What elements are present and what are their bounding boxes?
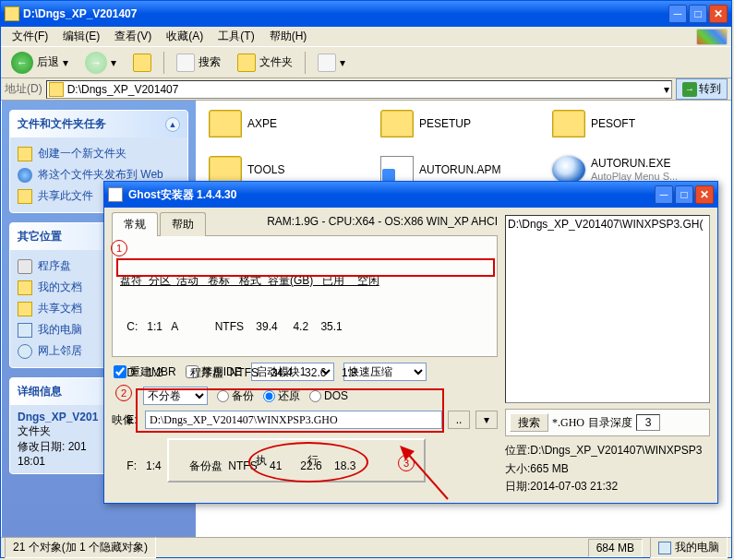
forward-arrow-icon: → xyxy=(85,52,107,74)
folder-icon xyxy=(209,156,242,184)
table-header: 盘符 分区 活动 卷标 格式 容量(GB) 已用 空闲 xyxy=(120,273,489,289)
ghost-search-button[interactable]: 搜索 xyxy=(510,413,548,432)
radio-dos[interactable]: DOS xyxy=(309,389,348,402)
folder-icon xyxy=(5,6,19,21)
menu-help[interactable]: 帮助(H) xyxy=(262,27,315,46)
back-button[interactable]: ← 后退 ▾ xyxy=(5,47,75,78)
window-title: D:\Dngs_XP_V201407 xyxy=(23,7,668,20)
folders-icon xyxy=(237,54,256,72)
forward-button[interactable]: →▾ xyxy=(78,47,123,78)
task-new-folder[interactable]: 创建一个新文件夹 xyxy=(18,143,180,164)
up-button[interactable] xyxy=(126,49,158,77)
menubar: 文件(F) 编辑(E) 查看(V) 收藏(A) 工具(T) 帮助(H) xyxy=(1,27,731,47)
back-label: 后退 xyxy=(37,54,59,70)
status-count: 21 个对象(加 1 个隐藏对象) xyxy=(5,537,156,558)
depth-label: 目录深度 xyxy=(588,415,632,431)
browse-button[interactable]: .. xyxy=(448,411,470,429)
folder-icon xyxy=(18,302,32,316)
views-button[interactable]: ▾ xyxy=(311,49,352,77)
exe-icon xyxy=(552,156,585,184)
status-size: 684 MB xyxy=(588,539,643,557)
chevron-down-icon[interactable]: ▾ xyxy=(664,83,669,96)
maximize-button[interactable]: □ xyxy=(689,5,707,23)
up-folder-icon xyxy=(133,54,151,72)
file-autorun-apm[interactable]: AUTORUN.APM xyxy=(380,156,528,184)
views-icon xyxy=(318,54,336,72)
ghost-dialog: Ghost安装器 1.4.4.30 ─ □ ✕ 常规 帮助 RAM:1.9G -… xyxy=(103,181,718,504)
computer-icon xyxy=(18,323,32,338)
ghost-titlebar[interactable]: Ghost安装器 1.4.4.30 ─ □ ✕ xyxy=(104,182,717,208)
table-row[interactable]: D: 1:2 程序盘 NTFS 34.4 32.6 1.8 xyxy=(120,365,489,381)
chevron-down-icon: ▾ xyxy=(63,56,68,69)
folder-icon xyxy=(209,110,242,137)
menu-tools[interactable]: 工具(T) xyxy=(211,27,261,46)
dropdown-button[interactable]: ▾ xyxy=(475,411,498,429)
radio-restore[interactable]: 还原 xyxy=(263,388,300,404)
result-info: 位置:D:\Dngs_XP_V201407\WINXPSP3 大小:665 MB… xyxy=(505,442,710,495)
disk-table: 盘符 分区 活动 卷标 格式 容量(GB) 已用 空闲 C: 1:1 A NTF… xyxy=(112,235,498,357)
image-path-input[interactable] xyxy=(145,411,442,429)
go-arrow-icon: → xyxy=(682,82,697,97)
ghost-minimize-button[interactable]: ─ xyxy=(655,185,673,204)
select-split[interactable]: 不分卷 xyxy=(143,387,208,405)
computer-icon xyxy=(658,542,671,554)
close-button[interactable]: ✕ xyxy=(709,5,728,23)
menu-file[interactable]: 文件(F) xyxy=(5,27,55,46)
menu-edit[interactable]: 编辑(E) xyxy=(55,27,107,46)
ghost-maximize-button[interactable]: □ xyxy=(675,185,693,204)
annotation-circle-2: 2 xyxy=(115,385,132,401)
ghost-close-button[interactable]: ✕ xyxy=(695,185,714,204)
statusbar: 21 个对象(加 1 个隐藏对象) 684 MB 我的电脑 xyxy=(1,537,731,557)
tasks-header[interactable]: 文件和文件夹任务▲ xyxy=(10,111,187,137)
menu-view[interactable]: 查看(V) xyxy=(107,27,159,46)
folder-pesetup[interactable]: PESETUP xyxy=(380,110,528,137)
search-icon xyxy=(176,54,195,72)
network-icon xyxy=(18,344,32,359)
search-ext-label: *.GHO xyxy=(552,416,584,430)
addressbar: 地址(D) D:\Dngs_XP_V201407 ▾ → 转到 xyxy=(1,78,731,101)
app-icon xyxy=(108,187,123,202)
folder-pesoft[interactable]: PESOFT xyxy=(552,110,700,137)
new-folder-icon xyxy=(18,147,32,161)
file-autorun-exe[interactable]: AUTORUN.EXEAutoPlay Menu S... xyxy=(552,156,700,184)
folder-tools[interactable]: TOOLS xyxy=(209,156,356,184)
folder-icon xyxy=(380,110,414,137)
explorer-titlebar[interactable]: D:\Dngs_XP_V201407 ─ □ ✕ xyxy=(1,1,731,27)
tab-help[interactable]: 帮助 xyxy=(160,212,206,236)
table-row[interactable]: C: 1:1 A NTFS 39.4 4.2 35.1 xyxy=(120,319,489,335)
folder-icon xyxy=(49,82,64,97)
folder-icon xyxy=(18,280,32,295)
ghost-title: Ghost安装器 1.4.4.30 xyxy=(128,187,655,203)
windows-flag-icon xyxy=(696,29,728,45)
address-label: 地址(D) xyxy=(5,81,42,97)
minimize-button[interactable]: ─ xyxy=(668,5,687,23)
image-label: 映像 xyxy=(112,412,139,428)
folders-button[interactable]: 文件夹 xyxy=(231,49,299,77)
collapse-icon: ▲ xyxy=(165,117,180,132)
address-value: D:\Dngs_XP_V201407 xyxy=(67,83,179,96)
radio-backup[interactable]: 备份 xyxy=(217,388,254,404)
file-icon xyxy=(380,156,414,184)
share-folder-icon xyxy=(18,189,32,204)
search-result-list[interactable]: D:\Dngs_XP_V201407\WINXPSP3.GH( xyxy=(505,215,710,403)
table-row[interactable]: F: 1:4 备份盘 NTFS 41 22.6 18.3 xyxy=(120,459,489,474)
folder-icon xyxy=(552,110,585,137)
menu-fav[interactable]: 收藏(A) xyxy=(159,27,211,46)
tab-general[interactable]: 常规 xyxy=(112,212,158,236)
search-button[interactable]: 搜索 xyxy=(170,49,227,77)
depth-input[interactable] xyxy=(636,414,660,431)
globe-icon xyxy=(18,168,32,183)
folder-axpe[interactable]: AXPE xyxy=(209,110,356,137)
drive-icon xyxy=(18,259,32,274)
status-location: 我的电脑 xyxy=(650,537,728,558)
toolbar: ← 后退 ▾ →▾ 搜索 文件夹 ▾ xyxy=(1,47,731,78)
back-arrow-icon: ← xyxy=(11,52,33,74)
go-button[interactable]: → 转到 xyxy=(676,78,728,100)
address-input[interactable]: D:\Dngs_XP_V201407 ▾ xyxy=(46,80,672,99)
